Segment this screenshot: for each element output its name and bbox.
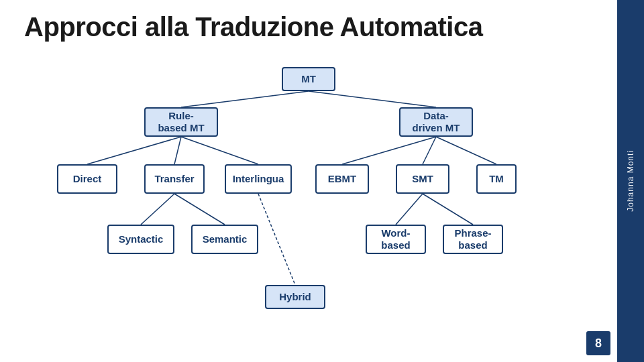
svg-line-0	[181, 91, 309, 107]
svg-line-9	[174, 194, 225, 225]
node-word-based: Word- based	[366, 225, 426, 254]
svg-line-12	[258, 194, 295, 285]
node-data-driven: Data- driven MT	[399, 107, 473, 137]
node-mt: MT	[282, 67, 335, 91]
page-number: 8	[586, 331, 610, 355]
node-ebmt: EBMT	[315, 164, 369, 194]
node-semantic: Semantic	[191, 225, 258, 254]
author-label: Johanna Monti	[626, 150, 635, 212]
diagram-area: MT Rule- based MT Data- driven MT Direct…	[0, 60, 617, 349]
node-rule-based: Rule- based MT	[144, 107, 218, 137]
svg-line-2	[87, 137, 181, 164]
slide: Approcci alla Traduzione Automatica	[0, 0, 644, 362]
node-interlingua: Interlingua	[225, 164, 292, 194]
svg-line-1	[309, 91, 436, 107]
svg-line-5	[342, 137, 436, 164]
node-smt: SMT	[396, 164, 449, 194]
svg-line-10	[396, 194, 423, 225]
right-sidebar: Johanna Monti	[617, 0, 644, 362]
node-phrase-based: Phrase- based	[443, 225, 503, 254]
svg-line-6	[423, 137, 436, 164]
node-tm: TM	[476, 164, 517, 194]
node-transfer: Transfer	[144, 164, 205, 194]
node-syntactic: Syntactic	[107, 225, 174, 254]
svg-line-4	[181, 137, 258, 164]
svg-line-7	[436, 137, 496, 164]
slide-title: Approcci alla Traduzione Automatica	[0, 0, 644, 49]
svg-line-11	[423, 194, 473, 225]
svg-line-8	[141, 194, 174, 225]
node-hybrid: Hybrid	[265, 285, 325, 309]
node-direct: Direct	[57, 164, 117, 194]
svg-line-3	[174, 137, 181, 164]
